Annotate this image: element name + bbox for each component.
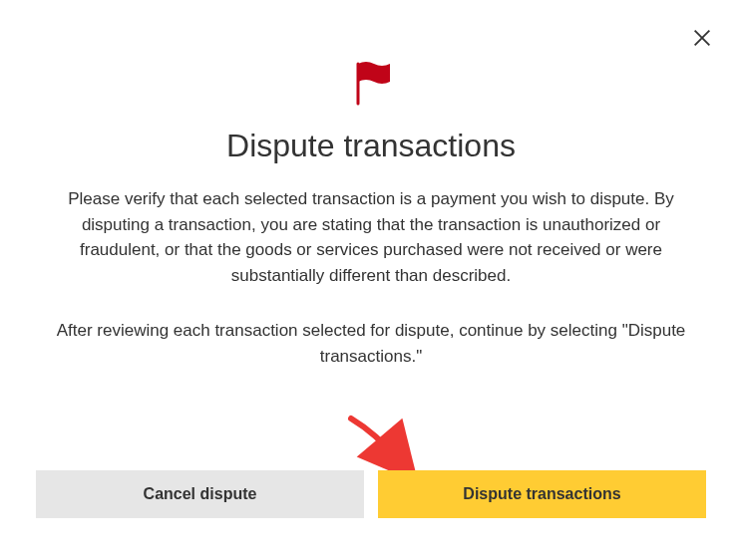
dispute-transactions-button[interactable]: Dispute transactions xyxy=(378,470,706,518)
dispute-modal: Dispute transactions Please verify that … xyxy=(0,0,742,369)
button-row: Cancel dispute Dispute transactions xyxy=(36,470,706,518)
cancel-dispute-button[interactable]: Cancel dispute xyxy=(36,470,364,518)
close-button[interactable] xyxy=(690,28,714,52)
modal-description: Please verify that each selected transac… xyxy=(40,186,702,288)
flag-icon xyxy=(346,56,396,110)
modal-title: Dispute transactions xyxy=(226,128,516,164)
modal-instruction: After reviewing each transaction selecte… xyxy=(47,318,695,369)
close-icon xyxy=(691,27,713,53)
